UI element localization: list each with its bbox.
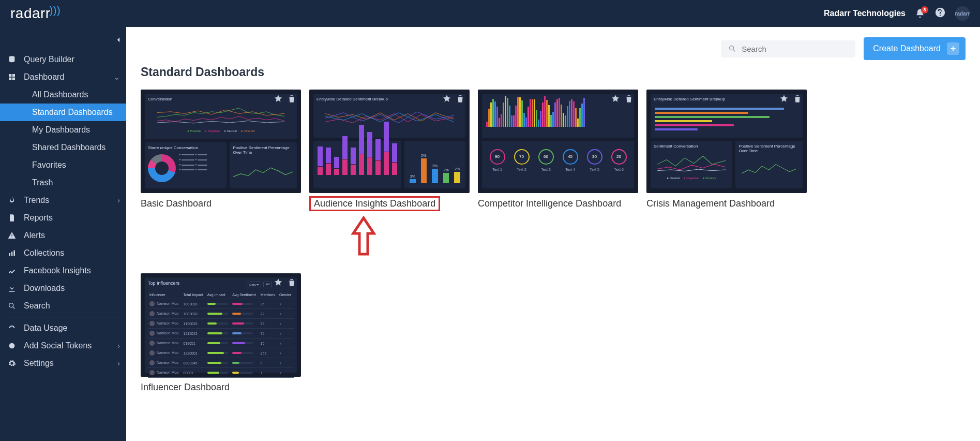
database-icon [7, 55, 17, 64]
subnav-shared-dashboards[interactable]: Shared Dashboards [0, 139, 126, 156]
chart-legend: Neutral Negative Positive [654, 177, 729, 180]
subnav-standard-dashboards[interactable]: Standard Dashboards [0, 104, 126, 121]
svg-rect-5 [9, 253, 10, 256]
grid-icon [7, 73, 17, 81]
avatar[interactable]: radarr [955, 6, 970, 21]
influencer-table: Influencer Total Impact Avg Impact Avg S… [148, 291, 294, 378]
nav-trends[interactable]: Trends › [0, 192, 126, 209]
chart-icon [7, 267, 17, 275]
dashboard-thumb: 90Text 1 75Text 2 60Text 3 45Text 4 30Te… [478, 90, 638, 193]
subnav-all-dashboards[interactable]: All Dashboards [0, 86, 126, 104]
gear-icon [7, 359, 17, 368]
help-button[interactable] [934, 7, 946, 20]
svg-point-9 [9, 343, 15, 349]
donut-chart [148, 154, 176, 182]
table-row[interactable]: Nameon Moo1220001255♀ [148, 348, 294, 358]
star-icon [442, 94, 451, 104]
chevron-down-icon: ⌄ [114, 73, 120, 81]
org-name: Radarr Technologies [824, 9, 906, 18]
card-title: Influencer Dashboard [141, 382, 301, 393]
area-chart [738, 155, 800, 178]
delete-button[interactable] [287, 94, 297, 104]
favorite-button[interactable] [610, 94, 621, 104]
dashboard-card[interactable]: Entitywise Detailed Sentiment Breakup [309, 90, 470, 259]
table-row[interactable]: Nameon Moo119001538♀ [148, 319, 294, 329]
chevron-right-icon: › [117, 359, 120, 368]
nav-reports[interactable]: Reports [0, 209, 126, 227]
search-icon [728, 45, 736, 53]
delete-button[interactable] [287, 277, 297, 288]
download-icon [7, 284, 17, 292]
nav-label: Downloads [24, 284, 65, 293]
create-dashboard-button[interactable]: Create Dashboard + [864, 37, 966, 60]
dashboard-card[interactable]: Conversation Positive Negative Neutral [141, 90, 301, 209]
dashboard-thumb: Entitywise Detailed Sentiment Breakup [646, 90, 807, 193]
scope-select[interactable]: All [263, 282, 272, 287]
favorite-button[interactable] [442, 94, 452, 104]
content-area: Create Dashboard + Standard Dashboards C… [126, 27, 980, 441]
delete-button[interactable] [624, 94, 634, 104]
dashboard-card[interactable]: Top Influencers Daily ▾ All Influencer T… [141, 273, 301, 393]
favorite-button[interactable] [273, 94, 283, 104]
nav-downloads[interactable]: Downloads [0, 280, 126, 297]
table-row[interactable]: Nameon Moo01905115♀ [148, 339, 294, 348]
line-chart [654, 151, 729, 173]
table-row[interactable]: Nameon Moo121504375♀ [148, 329, 294, 339]
collapse-sidebar-button[interactable] [114, 35, 123, 47]
nav-settings[interactable]: Settings › [0, 355, 126, 372]
favorite-button[interactable] [779, 94, 789, 104]
panel-title: Entitywise Detailed Sentiment Breakup [654, 97, 800, 101]
search-icon [7, 302, 17, 310]
plus-icon: + [947, 42, 959, 55]
subnav-favorites[interactable]: Favorites [0, 156, 126, 174]
dashboard-subnav: All Dashboards Standard Dashboards My Da… [0, 86, 126, 192]
panel-title: Top Influencers [148, 281, 179, 286]
nav-facebook-insights[interactable]: Facebook Insights [0, 262, 126, 280]
dashboard-grid: Conversation Positive Negative Neutral [141, 90, 966, 393]
table-row[interactable]: Nameon Moo100301022♀ [148, 309, 294, 319]
panel-title: Share unique Conversation [148, 145, 223, 150]
nav-add-social-tokens[interactable]: Add Social Tokens › [0, 337, 126, 355]
panel-title: Entitywise Detailed Sentiment Breakup [316, 97, 462, 101]
page-title: Standard Dashboards [141, 65, 966, 79]
nav-data-usage[interactable]: Data Usage [0, 319, 126, 337]
nav-alerts[interactable]: Alerts [0, 227, 126, 244]
bars-icon [7, 249, 17, 257]
dashboard-thumb: Entitywise Detailed Sentiment Breakup [309, 90, 470, 193]
table-row[interactable]: Nameon Moo100301035♀ [148, 299, 294, 309]
nav-divider [6, 317, 120, 317]
nav-label: Facebook Insights [24, 266, 91, 275]
star-icon [779, 94, 789, 104]
favorite-button[interactable] [273, 277, 283, 288]
search-input-wrap[interactable] [721, 40, 855, 57]
grouped-bar-chart [316, 144, 398, 177]
subnav-my-dashboards[interactable]: My Dashboards [0, 121, 126, 139]
range-select[interactable]: Daily ▾ [247, 282, 261, 287]
nav-query-builder[interactable]: Query Builder [0, 51, 126, 68]
nav-collections[interactable]: Collections [0, 244, 126, 262]
create-btn-label: Create Dashboard [873, 44, 941, 53]
subnav-trash[interactable]: Trash [0, 174, 126, 192]
table-row[interactable]: Nameon Moo000017♀ [148, 368, 294, 378]
nav-dashboard[interactable]: Dashboard ⌄ [0, 68, 126, 86]
trash-icon [287, 94, 296, 104]
notifications-button[interactable]: 8 [915, 8, 925, 19]
svg-point-8 [9, 303, 13, 307]
trash-icon [624, 94, 634, 104]
card-title: Competitor Intelligence Dashboard [478, 198, 638, 209]
chevron-right-icon: › [117, 342, 120, 350]
delete-button[interactable] [792, 94, 803, 104]
sidebar: Query Builder Dashboard ⌄ All Dashboards… [0, 27, 126, 441]
dashboard-card[interactable]: 90Text 1 75Text 2 60Text 3 45Text 4 30Te… [478, 90, 638, 209]
star-icon [274, 94, 283, 104]
search-input[interactable] [742, 45, 848, 53]
dashboard-card[interactable]: Entitywise Detailed Sentiment Breakup [646, 90, 807, 209]
panel-title: Conversation [148, 97, 294, 101]
delete-button[interactable] [455, 94, 465, 104]
chart-legend: Positive Negative Neutral Over All [148, 129, 294, 133]
nav-search[interactable]: Search [0, 297, 126, 315]
flame-icon [7, 196, 17, 204]
arrow-up-icon [351, 215, 376, 257]
table-row[interactable]: Nameon Moo00033459♀ [148, 358, 294, 368]
logo-accent-icon: ))) [50, 5, 61, 17]
